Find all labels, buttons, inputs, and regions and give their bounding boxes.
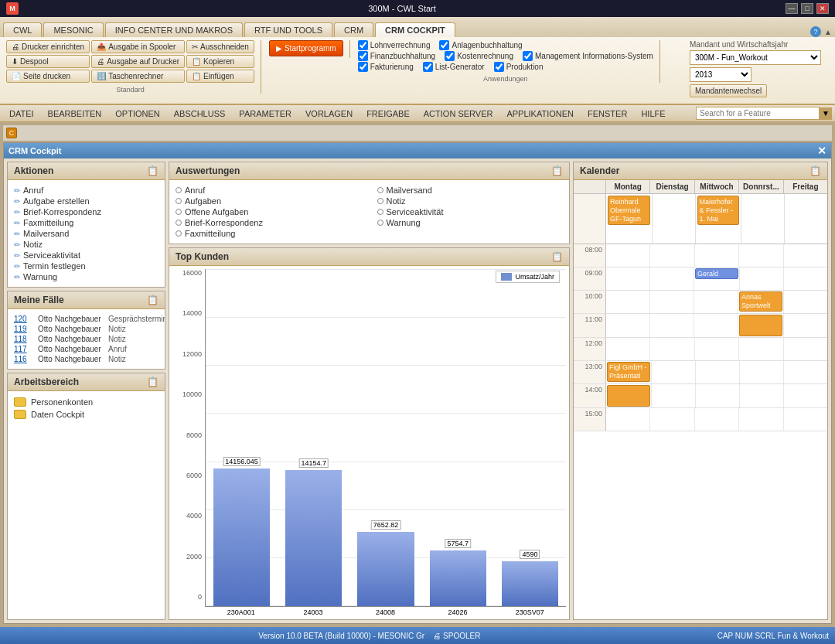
fakturierung-check[interactable]: Fakturierung	[358, 62, 414, 72]
menu-parameter[interactable]: PARAMETER	[233, 107, 298, 120]
ausw-offene[interactable]: Offene Aufgaben	[176, 206, 362, 217]
crm-window-titlebar: CRM Cockpit ✕	[4, 143, 831, 158]
kostenrechnung-check[interactable]: Kostenrechnung	[445, 51, 513, 61]
maximize-button[interactable]: □	[801, 3, 813, 14]
faelle-content: 120Otto NachgebauerGesprächstermin 119Ot…	[8, 309, 165, 369]
arbeitsbereich-content: Personenkonten Daten Cockpit	[8, 391, 165, 619]
seite-drucken-button[interactable]: 📄Seite drucken	[6, 70, 90, 83]
cal-row-1500: 15:00	[574, 408, 827, 431]
drucker-einrichten-button[interactable]: 🖨Drucker einrichten	[6, 40, 90, 53]
action-mail[interactable]: ✏Mailversand	[14, 228, 158, 239]
ausw-fax[interactable]: Faxmitteilung	[176, 228, 362, 239]
finanzbuchhaltung-check[interactable]: Finanzbuchhaltung	[358, 51, 436, 61]
auswertungen-icon: 📋	[551, 165, 563, 176]
bars-container: 14156.045 14154.7	[205, 269, 566, 616]
ausgabe-spooler-button[interactable]: 📤Ausgabe in Spooler	[91, 40, 185, 53]
menu-action-server[interactable]: ACTION SERVER	[418, 107, 499, 120]
ribbon-content: 🖨Drucker einrichten ⬇Despool 📄Seite druc…	[0, 37, 835, 105]
middle-column: Auswertungen 📋 Anruf Mailversand Aufgabe…	[169, 162, 570, 620]
event-figl-cont	[607, 385, 650, 407]
faelle-icon: 📋	[147, 295, 158, 305]
ausw-aufgaben[interactable]: Aufgaben	[176, 196, 362, 206]
action-fax[interactable]: ✏Faxmitteilung	[14, 217, 158, 228]
action-anruf[interactable]: ✏Anruf	[14, 185, 158, 196]
anlagenbuchhaltung-check[interactable]: Anlagenbuchhaltung	[439, 40, 522, 50]
ausw-serviceakt[interactable]: Serviceaktivität	[377, 206, 564, 217]
ausw-mailversand[interactable]: Mailversand	[377, 185, 564, 196]
faelle-row-120[interactable]: 120Otto NachgebauerGesprächstermin	[14, 314, 158, 324]
tab-info-center[interactable]: INFO CENTER UND MAKROS	[105, 22, 243, 37]
ausw-notiz[interactable]: Notiz	[377, 196, 564, 206]
faelle-row-119[interactable]: 119Otto NachgebauerNotiz	[14, 324, 158, 334]
mis-check[interactable]: Management Informations-System	[523, 51, 653, 61]
tab-cwl[interactable]: CWL	[3, 22, 42, 37]
tab-mesonic[interactable]: MESONIC	[43, 22, 103, 37]
event-annas[interactable]: Annas Sportwelt	[739, 291, 782, 312]
menu-bearbeiten[interactable]: BEARBEITEN	[42, 107, 108, 120]
tab-crm[interactable]: CRM	[334, 22, 373, 37]
ausw-anruf[interactable]: Anruf	[176, 185, 362, 196]
tab-crm-cockpit[interactable]: CRM COCKPIT	[375, 22, 455, 37]
action-warnung[interactable]: ✏Warnung	[14, 271, 158, 282]
list-generator-check[interactable]: List-Generator	[423, 62, 485, 72]
app-icon: M	[6, 2, 19, 15]
menu-optionen[interactable]: OPTIONEN	[109, 107, 165, 120]
menu-fenster[interactable]: FENSTER	[581, 107, 633, 120]
menu-freigabe[interactable]: FREIGABE	[360, 107, 416, 120]
crm-icon: C	[6, 128, 17, 138]
action-service[interactable]: ✏Serviceaktivitat	[14, 250, 158, 261]
auswertungen-header: Auswertungen 📋	[169, 162, 569, 180]
despool-button[interactable]: ⬇Despool	[6, 55, 90, 68]
minimize-button[interactable]: —	[786, 3, 798, 14]
arbeitsbereich-icon: 📋	[147, 377, 158, 387]
auswertungen-title: Auswertungen	[176, 165, 240, 176]
ausw-warnung[interactable]: Warnung	[377, 217, 564, 228]
tab-rtf[interactable]: RTF UND TOOLS	[244, 22, 332, 37]
ausschneiden-button[interactable]: ✂Ausschneiden	[186, 40, 254, 53]
action-notiz[interactable]: ✏Notiz	[14, 239, 158, 250]
mandant-select[interactable]: 300M - Fun_Workout	[690, 50, 821, 65]
faelle-title: Meine Fälle	[14, 295, 64, 305]
help-icon[interactable]: ?	[810, 26, 821, 37]
faelle-row-117[interactable]: 117Otto NachgebauerAnruf	[14, 344, 158, 354]
event-obermale[interactable]: Reinhard ObermaleGF-Tagun	[608, 196, 650, 225]
mandantenwechsel-button[interactable]: Mandantenwechsel	[690, 84, 767, 97]
lohnverrechnung-check[interactable]: Lohnverrechnung	[358, 40, 431, 50]
bar-24026: 5754.7	[430, 550, 486, 606]
menu-abschluss[interactable]: ABSCHLUSS	[168, 107, 232, 120]
event-figl[interactable]: Figl GmbH - Präsentati	[607, 362, 650, 382]
auswertungen-panel: Auswertungen 📋 Anruf Mailversand Aufgabe…	[169, 162, 570, 244]
faelle-row-118[interactable]: 118Otto NachgebauerNotiz	[14, 334, 158, 344]
anwendungen-group-label: Anwendungen	[483, 75, 528, 83]
event-gerald[interactable]: Gerald	[695, 268, 738, 279]
action-aufgabe[interactable]: ✏Aufgabe erstellen	[14, 196, 158, 206]
cal-row-0800: 08:00	[574, 244, 827, 267]
year-select[interactable]: 2013	[690, 67, 752, 82]
ribbon-tabs: CWL MESONIC INFO CENTER UND MAKROS RTF U…	[0, 17, 835, 37]
scroll-up[interactable]: ▲	[824, 28, 832, 36]
ausgabe-drucker-button[interactable]: 🖨Ausgabe auf Drucker	[91, 55, 185, 68]
taschenrechner-button[interactable]: 🔢Taschenrechner	[91, 70, 185, 83]
search-button[interactable]: ▼	[820, 107, 832, 120]
action-termin[interactable]: ✏Termin festlegen	[14, 261, 158, 271]
event-maierhofer[interactable]: Maierhofer & Fessler - 1. Mai	[697, 196, 740, 225]
startprogramm-button[interactable]: ▶Startprogramm	[269, 40, 343, 56]
crm-close-button[interactable]: ✕	[817, 145, 826, 157]
arbeits-daten-cockpit[interactable]: Daten Cockpit	[14, 408, 158, 421]
menu-applikationen[interactable]: APPLIKATIONEN	[500, 107, 580, 120]
arbeits-personenkonten[interactable]: Personenkonten	[14, 396, 158, 408]
action-brief[interactable]: ✏Brief-Korrespondenz	[14, 206, 158, 217]
bars-area: 14156.045 14154.7	[205, 269, 566, 607]
legend-label: Umsatz/Jahr	[515, 273, 554, 281]
kopieren-button[interactable]: 📋Kopieren	[186, 55, 254, 68]
ausw-brief[interactable]: Brief-Korrespondenz	[176, 217, 362, 228]
allday-mittwoch: Maierhofer & Fessler - 1. Mai	[696, 194, 742, 244]
einfuegen-button[interactable]: 📋Einfügen	[186, 70, 254, 83]
menu-hilfe[interactable]: HILFE	[635, 107, 671, 120]
feature-search-input[interactable]	[696, 107, 820, 120]
menu-datei[interactable]: DATEI	[3, 107, 40, 120]
close-button[interactable]: ✕	[816, 3, 829, 14]
produktion-check[interactable]: Produktion	[494, 62, 544, 72]
menu-vorlagen[interactable]: VORLAGEN	[299, 107, 359, 120]
faelle-row-116[interactable]: 116Otto NachgebauerNotiz	[14, 354, 158, 364]
